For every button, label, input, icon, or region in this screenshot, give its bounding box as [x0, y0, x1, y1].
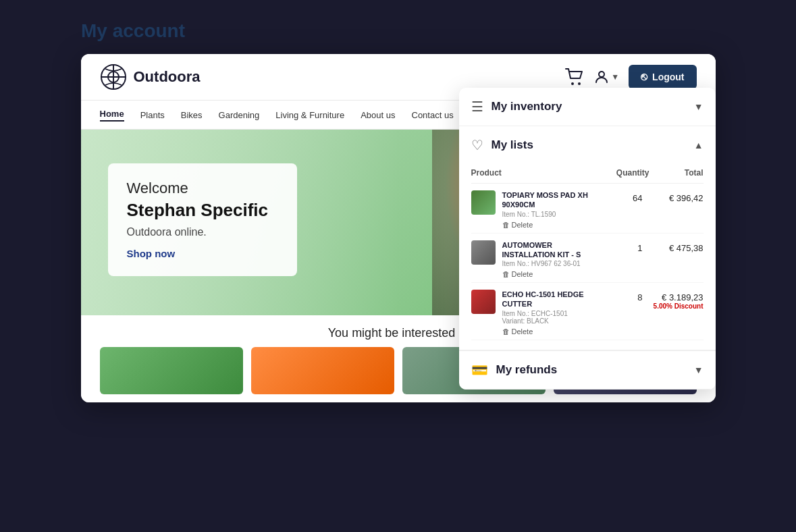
item-details-1: TOPIARY MOSS PAD XH 90X90CM Item No.: TL… [502, 190, 595, 229]
inventory-header[interactable]: ☰ My inventory ▼ [459, 88, 716, 126]
item-name-2: AUTOMOWER INSTALLATION KIT - S [502, 240, 595, 260]
item-discount-3: 5.00% Discount [649, 302, 704, 310]
refunds-section: 💳 My refunds ▼ [459, 350, 716, 390]
item-quantity-2: 1 [602, 240, 643, 253]
lists-section: ♡ My lists ▲ Product Quantity Total TOPI… [459, 126, 716, 350]
svg-point-4 [571, 82, 574, 85]
cart-button[interactable] [565, 68, 584, 86]
item-thumb-2 [471, 240, 496, 265]
hero-subtitle: Outdoora online. [127, 226, 278, 238]
lists-title: My lists [492, 138, 686, 152]
hero-name: Stephan Specific [127, 200, 278, 221]
nav-item-bikes[interactable]: Bikes [181, 110, 203, 120]
lists-collapse-icon: ▲ [694, 140, 704, 151]
item-number-1: Item No.: TL.1590 [502, 211, 595, 218]
trash-icon-3: 🗑 [502, 327, 510, 336]
lists-content: Product Quantity Total TOPIARY MOSS PAD … [459, 164, 716, 350]
refunds-title: My refunds [496, 363, 686, 377]
item-total-2: € 475,38 [649, 240, 704, 253]
account-dropdown-panel: ☰ My inventory ▼ ♡ My lists ▲ Product Qu… [459, 88, 716, 390]
item-quantity-1: 64 [602, 190, 643, 203]
lists-header[interactable]: ♡ My lists ▲ [459, 126, 716, 164]
list-item: ECHO HC-1501 HEDGE CUTTER Item No.: ECHC… [471, 283, 704, 340]
logo-icon [100, 63, 127, 90]
nav-item-about[interactable]: About us [361, 110, 395, 120]
item-details-2: AUTOMOWER INSTALLATION KIT - S Item No.:… [502, 240, 595, 279]
logo-text: Outdoora [134, 68, 201, 86]
refunds-expand-icon: ▼ [694, 365, 704, 375]
svg-point-6 [599, 72, 604, 77]
header-actions: ▼ ⎋ Logout [565, 65, 696, 89]
item-number-2: Item No.: HV967 62 36-01 [502, 260, 595, 267]
logout-button[interactable]: ⎋ Logout [629, 65, 696, 89]
item-thumb-3 [471, 290, 496, 314]
logo-area[interactable]: Outdoora [100, 63, 201, 90]
col-total-header: Total [649, 168, 704, 178]
shop-now-link[interactable]: Shop now [127, 248, 176, 259]
list-item: TOPIARY MOSS PAD XH 90X90CM Item No.: TL… [471, 184, 704, 234]
trash-icon-2: 🗑 [502, 270, 510, 278]
logout-label: Logout [652, 72, 684, 82]
inventory-section: ☰ My inventory ▼ [459, 88, 716, 126]
inventory-expand-icon: ▼ [694, 101, 704, 112]
inventory-title: My inventory [492, 100, 686, 113]
suggestion-img-1[interactable] [100, 347, 243, 394]
inventory-icon: ☰ [471, 99, 483, 115]
chevron-down-icon: ▼ [611, 72, 619, 82]
suggestion-img-2[interactable] [251, 347, 394, 394]
heart-icon: ♡ [471, 137, 483, 153]
nav-item-contact[interactable]: Contact us [412, 110, 454, 120]
trash-icon-1: 🗑 [502, 221, 510, 229]
hero-welcome: Welcome [127, 180, 278, 197]
refunds-icon: 💳 [471, 362, 488, 378]
nav-item-gardening[interactable]: Gardening [219, 110, 260, 120]
nav-item-plants[interactable]: Plants [140, 110, 165, 120]
refunds-header[interactable]: 💳 My refunds ▼ [459, 350, 716, 389]
item-total-3: € 3.189,23 5.00% Discount [649, 290, 704, 310]
delete-button-3[interactable]: 🗑 Delete [502, 327, 595, 336]
logout-icon: ⎋ [641, 71, 647, 83]
svg-point-5 [578, 82, 581, 85]
col-quantity-header: Quantity [609, 168, 649, 178]
lists-table-header: Product Quantity Total [471, 164, 704, 184]
item-name-3: ECHO HC-1501 HEDGE CUTTER [502, 290, 595, 309]
delete-button-2[interactable]: 🗑 Delete [502, 270, 595, 278]
item-quantity-3: 8 [602, 290, 643, 302]
user-account-button[interactable]: ▼ [593, 69, 619, 85]
page-title: My account [0, 20, 185, 42]
nav-item-living[interactable]: Living & Furniture [275, 110, 344, 120]
item-name-1: TOPIARY MOSS PAD XH 90X90CM [502, 190, 595, 210]
item-total-1: € 396,42 [649, 190, 704, 203]
item-thumb-1 [471, 190, 496, 215]
list-item: AUTOMOWER INSTALLATION KIT - S Item No.:… [471, 234, 704, 284]
nav-item-home[interactable]: Home [100, 109, 124, 122]
col-product-header: Product [471, 168, 609, 178]
item-details-3: ECHO HC-1501 HEDGE CUTTER Item No.: ECHC… [502, 290, 595, 336]
item-number-3: Item No.: ECHC-1501 Variant: BLACK [502, 310, 595, 325]
browser-window: Outdoora ▼ ⎋ Logout [81, 54, 716, 402]
delete-button-1[interactable]: 🗑 Delete [502, 221, 595, 229]
hero-card: Welcome Stephan Specific Outdoora online… [108, 163, 297, 276]
